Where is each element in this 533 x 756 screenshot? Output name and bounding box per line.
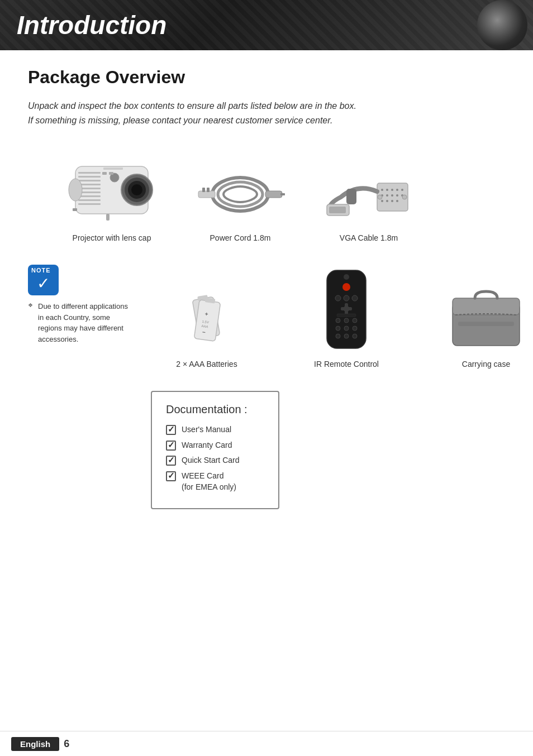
- svg-rect-79: [458, 322, 514, 326]
- items-row-2: 1.5V AAA + − 1.5V AAA 2 × AAA Batter: [151, 265, 533, 380]
- projector-label: Projector with lens cap: [73, 233, 151, 242]
- page-number: 6: [64, 738, 69, 750]
- power-cord-label: Power Cord 1.8m: [210, 233, 271, 242]
- doc-item-warranty: Warranty Card: [166, 440, 264, 451]
- svg-point-39: [391, 200, 393, 202]
- vga-svg: [324, 166, 413, 228]
- svg-rect-22: [202, 188, 205, 192]
- svg-point-60: [344, 295, 349, 301]
- doc-checkbox-1: [166, 425, 176, 435]
- svg-rect-20: [73, 208, 77, 211]
- svg-rect-9: [78, 203, 101, 205]
- batteries-svg: 1.5V AAA + − 1.5V AAA: [173, 287, 240, 354]
- bottom-bar: English 6: [0, 731, 533, 756]
- svg-rect-24: [265, 191, 282, 198]
- svg-point-40: [396, 200, 398, 202]
- svg-point-38: [386, 200, 388, 202]
- doc-title: Documentation :: [166, 403, 264, 416]
- svg-point-58: [342, 283, 350, 291]
- vga-cable-image: [324, 166, 413, 228]
- svg-point-18: [69, 179, 82, 201]
- svg-point-34: [391, 194, 393, 197]
- svg-rect-21: [198, 191, 215, 198]
- intro-paragraph: Unpack and inspect the box contents to e…: [28, 99, 363, 127]
- svg-point-28: [386, 189, 388, 191]
- svg-rect-2: [78, 176, 101, 178]
- note-icon-box: NOTE ✓: [28, 265, 59, 295]
- svg-point-73: [344, 334, 349, 338]
- header-projector-image: [466, 0, 533, 50]
- svg-point-30: [396, 189, 398, 191]
- svg-rect-19: [106, 214, 110, 221]
- svg-rect-8: [78, 199, 101, 201]
- item-vga-cable: VGA Cable 1.8m: [313, 166, 425, 242]
- item-projector: Projector with lens cap: [56, 150, 168, 242]
- remote-image: [310, 265, 383, 354]
- svg-point-37: [381, 200, 383, 202]
- svg-rect-17: [109, 172, 113, 175]
- items-row-1: Projector with lens cap P: [56, 150, 505, 253]
- svg-point-42: [402, 195, 407, 199]
- svg-point-67: [344, 318, 349, 323]
- power-cord-image: [196, 166, 285, 228]
- doc-checkbox-3: [166, 456, 176, 466]
- svg-rect-1: [78, 172, 101, 174]
- doc-checkbox-4: [166, 471, 176, 481]
- case-svg: [444, 287, 528, 354]
- svg-point-57: [344, 274, 349, 280]
- projector-lens-decoration: [477, 0, 527, 50]
- item-remote: IR Remote Control: [291, 265, 402, 369]
- doc-item-text-1: User's Manual: [182, 424, 231, 436]
- documentation-box: Documentation : User's Manual Warranty C…: [151, 391, 279, 509]
- svg-rect-78: [455, 318, 517, 343]
- vga-cable-label: VGA Cable 1.8m: [340, 233, 398, 242]
- svg-point-59: [335, 295, 341, 301]
- item-batteries: 1.5V AAA + − 1.5V AAA 2 × AAA Batter: [151, 287, 263, 369]
- right-column: 1.5V AAA + − 1.5V AAA 2 × AAA Batter: [140, 265, 533, 509]
- main-content: Package Overview Unpack and inspect the …: [0, 50, 533, 543]
- doc-item-text-4: WEEE Card(for EMEA only): [182, 471, 236, 492]
- svg-point-68: [353, 318, 357, 323]
- remote-label: IR Remote Control: [314, 360, 379, 369]
- svg-rect-16: [102, 172, 107, 175]
- header-title: Introduction: [17, 10, 166, 40]
- svg-point-14: [131, 184, 142, 195]
- batteries-label: 2 × AAA Batteries: [176, 360, 237, 369]
- note-text: Due to different applications in each Co…: [28, 301, 129, 344]
- doc-item-text-3: Quick Start Card: [182, 455, 239, 466]
- svg-rect-3: [78, 180, 101, 181]
- svg-point-66: [336, 318, 340, 323]
- svg-point-61: [352, 295, 358, 301]
- svg-rect-65: [345, 303, 348, 314]
- page-title: Package Overview: [28, 67, 505, 88]
- doc-item-text-2: Warranty Card: [182, 440, 232, 451]
- note-icon-label: NOTE: [31, 267, 51, 274]
- carrying-case-image: [444, 287, 528, 354]
- projector-image: [59, 150, 165, 228]
- svg-point-33: [386, 194, 388, 197]
- doc-item-weee: WEEE Card(for EMEA only): [166, 471, 264, 492]
- svg-rect-25: [280, 193, 285, 195]
- item-carrying-case: Carrying case: [430, 287, 533, 369]
- svg-point-35: [396, 194, 398, 197]
- note-checkmark-icon: ✓: [37, 274, 50, 293]
- svg-rect-75: [337, 314, 356, 317]
- doc-item-users-manual: User's Manual: [166, 424, 264, 436]
- note-section: NOTE ✓ Due to different applications in …: [28, 265, 129, 344]
- note-column: NOTE ✓ Due to different applications in …: [28, 265, 140, 509]
- svg-point-29: [391, 189, 393, 191]
- row2-section: NOTE ✓ Due to different applications in …: [28, 265, 505, 509]
- svg-rect-10: [103, 168, 123, 170]
- svg-rect-23: [207, 188, 210, 192]
- batteries-image: 1.5V AAA + − 1.5V AAA: [173, 287, 240, 354]
- svg-point-70: [344, 326, 349, 331]
- language-badge: English: [11, 737, 59, 751]
- projector-svg: [59, 150, 165, 228]
- item-power-cord: Power Cord 1.8m: [184, 166, 296, 242]
- svg-rect-45: [329, 207, 346, 213]
- svg-point-71: [353, 326, 357, 331]
- doc-item-quickstart: Quick Start Card: [166, 455, 264, 466]
- svg-rect-7: [78, 195, 101, 197]
- svg-rect-77: [453, 298, 520, 315]
- svg-point-41: [378, 195, 382, 199]
